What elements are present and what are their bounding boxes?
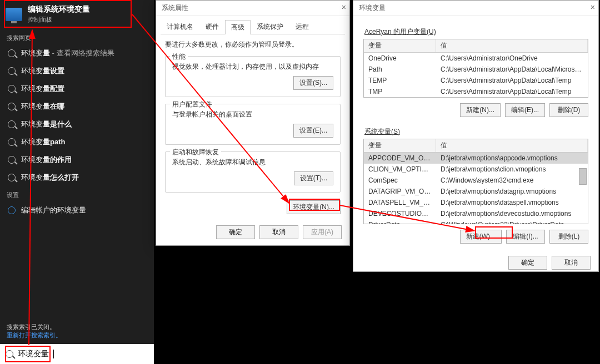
table-row[interactable]: DEVECOSTUDIO_VM_OPT...D:\jetbra\vmoption… — [364, 208, 588, 219]
search-suggestion[interactable]: 环境变量path — [0, 133, 154, 151]
system-edit-button[interactable]: 编辑(I)... — [506, 230, 545, 244]
best-match-title: 编辑系统环境变量 — [28, 4, 90, 14]
env-vars-button[interactable]: 环境变量(N)... — [287, 200, 341, 214]
env-vars-dialog: 环境变量 × AceRyan 的用户变量(U) 变量 值 OneDriveC:\… — [353, 0, 599, 272]
settings-row-label: 编辑帐户的环境变量 — [21, 205, 86, 215]
cell-val: C:\Users\Administrator\AppData\Local\Mic… — [436, 64, 588, 75]
suggestion-text: 环境变量的作用 — [21, 155, 72, 165]
prof-desc: 与登录帐户相关的桌面设置 — [172, 110, 333, 119]
search-input-text: 环境变量 — [18, 349, 49, 359]
col-value[interactable]: 值 — [436, 139, 588, 152]
suggestion-text: 环境变量怎么打开 — [21, 173, 79, 183]
user-delete-button[interactable]: 删除(D) — [549, 103, 588, 117]
search-suggestion[interactable]: 环境变量的作用 — [0, 151, 154, 169]
table-row[interactable]: TMPC:\Users\Administrator\AppData\Local\… — [364, 86, 588, 97]
search-icon — [8, 120, 16, 128]
col-variable[interactable]: 变量 — [364, 139, 436, 152]
table-row[interactable]: OneDriveC:\Users\Administrator\OneDrive — [364, 53, 588, 64]
monitor-icon — [6, 8, 22, 21]
system-new-button[interactable]: 新建(W)... — [460, 230, 502, 244]
system-vars-label: 系统变量(S) — [364, 127, 587, 136]
sysprops-tabs: 计算机名硬件高级系统保护远程 — [161, 19, 345, 34]
tab-高级[interactable]: 高级 — [225, 20, 251, 34]
cell-val: C:\Users\Administrator\AppData\Local\Tem… — [436, 75, 588, 86]
table-row[interactable]: DATASPELL_VM_OPTIONSD:\jetbra\vmoptions\… — [364, 197, 588, 208]
env-title: 环境变量 — [359, 3, 386, 13]
col-value[interactable]: 值 — [436, 39, 588, 52]
env-ok-button[interactable]: 确定 — [508, 256, 547, 270]
cell-var: DATASPELL_VM_OPTIONS — [364, 197, 436, 208]
best-match-result[interactable]: 编辑系统环境变量 控制面板 — [0, 0, 154, 29]
group-userprofile: 用户配置文件 与登录帐户相关的桌面设置 设置(E)... — [165, 104, 341, 145]
system-vars-table[interactable]: 变量 值 APPCODE_VM_OPTIONSD:\jetbra\vmoptio… — [363, 139, 588, 224]
search-icon — [8, 49, 16, 57]
taskbar-search[interactable]: 环境变量 — [0, 344, 154, 364]
search-suggestion[interactable]: 环境变量在哪 — [0, 98, 154, 115]
suggestion-text: 环境变量path — [21, 137, 65, 147]
prof-settings-button[interactable]: 设置(E)... — [293, 124, 333, 138]
system-delete-button[interactable]: 删除(L) — [549, 230, 588, 244]
cell-val: D:\jetbra\vmoptions\devecostudio.vmoptio… — [436, 208, 588, 219]
cell-val: C:\Windows\system32\cmd.exe — [436, 175, 588, 186]
search-suggestion[interactable]: 环境变量 - 查看网络搜索结果 — [0, 44, 154, 62]
env-titlebar[interactable]: 环境变量 × — [353, 1, 598, 16]
cell-var: DriverData — [364, 219, 436, 224]
sysprops-cancel-button[interactable]: 取消 — [259, 225, 298, 239]
tab-计算机名[interactable]: 计算机名 — [161, 19, 199, 34]
boot-settings-button[interactable]: 设置(T)... — [294, 171, 333, 185]
sysprops-title: 系统属性 — [162, 3, 188, 13]
cell-var: APPCODE_VM_OPTIONS — [364, 153, 436, 164]
table-row[interactable]: DATAGRIP_VM_OPTIONSD:\jetbra\vmoptions\d… — [364, 186, 588, 197]
user-edit-button[interactable]: 编辑(E)... — [505, 103, 545, 117]
cell-var: TMP — [364, 86, 436, 97]
env-cancel-button[interactable]: 取消 — [552, 256, 591, 270]
cell-var: TEMP — [364, 75, 436, 86]
perf-settings-button[interactable]: 设置(S)... — [293, 76, 333, 90]
close-icon[interactable]: × — [342, 3, 346, 12]
boot-desc: 系统启动、系统故障和调试信息 — [172, 158, 333, 167]
suggestion-text: 环境变量是什么 — [21, 119, 72, 129]
user-new-button[interactable]: 新建(N)... — [460, 103, 501, 117]
tab-系统保护[interactable]: 系统保护 — [251, 19, 289, 34]
search-icon — [8, 103, 16, 110]
tab-硬件[interactable]: 硬件 — [199, 19, 225, 34]
search-suggestion[interactable]: 环境变量设置 — [0, 62, 154, 80]
search-suggestion[interactable]: 环境变量怎么打开 — [0, 169, 154, 186]
cell-val: D:\jetbra\vmoptions\dataspell.vmoptions — [436, 197, 588, 208]
perf-desc: 视觉效果，处理器计划，内存使用，以及虚拟内存 — [172, 62, 333, 72]
user-vars-label: AceRyan 的用户变量(U) — [364, 27, 587, 37]
cell-var: Path — [364, 64, 436, 75]
user-vars-table[interactable]: 变量 值 OneDriveC:\Users\Administrator\OneD… — [363, 39, 588, 98]
scrollbar-thumb[interactable] — [579, 168, 587, 185]
cell-val: D:\jetbra\vmoptions\clion.vmoptions — [436, 164, 588, 175]
table-row[interactable]: CLION_VM_OPTIONSD:\jetbra\vmoptions\clio… — [364, 164, 588, 175]
admin-note: 要进行大多数更改，你必须作为管理员登录。 — [165, 40, 341, 49]
text-caret — [53, 350, 54, 358]
sysprops-apply-button: 应用(A) — [303, 225, 342, 239]
reopen-index-link[interactable]: 重新打开搜索索引。 — [7, 332, 62, 338]
table-row[interactable]: ComSpecC:\Windows\system32\cmd.exe — [364, 175, 588, 186]
sysprops-ok-button[interactable]: 确定 — [216, 225, 255, 239]
search-icon — [8, 85, 16, 93]
cell-val: D:\jetbra\vmoptions\appcode.vmoptions — [436, 153, 588, 164]
table-row[interactable]: PathC:\Users\Administrator\AppData\Local… — [364, 64, 588, 75]
suggestion-text: 环境变量配置 — [21, 84, 64, 94]
search-suggestion[interactable]: 环境变量配置 — [0, 80, 154, 98]
group-startup: 启动和故障恢复 系统启动、系统故障和调试信息 设置(T)... — [165, 151, 341, 193]
cell-val: C:\Users\Administrator\AppData\Local\Tem… — [436, 86, 588, 97]
search-icon — [8, 67, 16, 75]
close-icon[interactable]: × — [591, 3, 595, 12]
settings-row-edit-account-env[interactable]: 编辑帐户的环境变量 — [0, 201, 154, 219]
search-suggestion[interactable]: 环境变量是什么 — [0, 115, 154, 133]
best-match-subtitle: 控制面板 — [28, 16, 90, 24]
table-row[interactable]: APPCODE_VM_OPTIONSD:\jetbra\vmoptions\ap… — [364, 153, 588, 164]
system-properties-dialog: 系统属性 × 计算机名硬件高级系统保护远程 要进行大多数更改，你必须作为管理员登… — [156, 0, 350, 246]
sysprops-titlebar[interactable]: 系统属性 × — [156, 1, 349, 16]
table-row[interactable]: TEMPC:\Users\Administrator\AppData\Local… — [364, 75, 588, 86]
section-web-label: 搜索网页 — [0, 29, 154, 44]
cell-var: ComSpec — [364, 175, 436, 186]
col-variable[interactable]: 变量 — [364, 39, 436, 52]
tab-远程[interactable]: 远程 — [289, 19, 315, 34]
table-row[interactable]: DriverDataC:\Windows\System32\Drivers\Dr… — [364, 219, 588, 224]
group-performance: 性能 视觉效果，处理器计划，内存使用，以及虚拟内存 设置(S)... — [165, 56, 341, 97]
